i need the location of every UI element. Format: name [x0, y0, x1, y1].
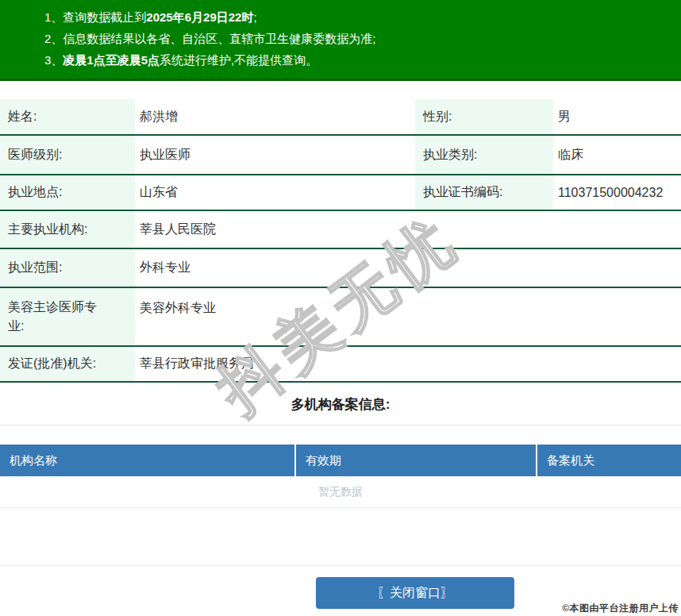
filing-table-header: 机构名称 有效期 备案机关 [0, 445, 681, 476]
notice-line-2: 2、信息数据结果以各省、自治区、直辖市卫生健康委数据为准; [44, 28, 673, 49]
field-value-level: 执业医师 [135, 136, 415, 174]
upload-copyright-watermark: ©本图由平台注册用户上传 [562, 602, 679, 615]
table-row: 发证(批准)机关: 莘县行政审批服务局 [0, 347, 681, 383]
column-header-filing-authority: 备案机关 [537, 445, 681, 476]
field-value-cosmetic-specialty: 美容外科专业 [135, 288, 681, 345]
notice-line-1: 1、查询数据截止到2025年6月29日22时; [44, 6, 673, 28]
table-row: 姓名: 郝洪增 性别: 男 [0, 99, 681, 136]
field-label-cert-number: 执业证书编码: [415, 175, 553, 210]
notice-text: ; [253, 10, 256, 24]
field-value-main-org: 莘县人民医院 [135, 211, 681, 248]
field-value-issuer: 莘县行政审批服务局 [135, 347, 681, 381]
table-row: 执业范围: 外科专业 [0, 249, 681, 288]
doctor-info-table: 姓名: 郝洪增 性别: 男 医师级别: 执业医师 执业类别: 临床 执业地点: … [0, 99, 681, 383]
field-label-category: 执业类别: [415, 136, 553, 174]
field-label-level: 医师级别: [0, 136, 135, 174]
divider [0, 425, 681, 425]
field-value-cert-number: 110371500004232 [553, 175, 681, 210]
field-label-location: 执业地点: [0, 175, 135, 210]
field-label-gender: 性别: [415, 99, 553, 134]
field-value-name: 郝洪增 [135, 99, 415, 134]
notice-bold-text: 2025年6月29日22时 [146, 10, 253, 24]
field-value-location: 山东省 [135, 175, 415, 210]
field-value-category: 临床 [553, 136, 681, 174]
empty-data-message: 暂无数据 [0, 476, 681, 508]
table-row: 主要执业机构: 莘县人民医院 [0, 211, 681, 249]
field-label-main-org: 主要执业机构: [0, 211, 135, 248]
field-label-name: 姓名: [0, 99, 135, 134]
notice-bold-text: 凌晨1点至凌晨5点 [63, 53, 160, 67]
notice-text: 系统进行维护,不能提供查询。 [160, 53, 317, 67]
notice-number: 3、 [44, 53, 63, 67]
column-header-org-name: 机构名称 [0, 445, 294, 476]
table-row: 执业地点: 山东省 执业证书编码: 110371500004232 [0, 175, 681, 211]
field-label-issuer: 发证(批准)机关: [0, 347, 135, 381]
notice-text: 信息数据结果以各省、自治区、直辖市卫生健康委数据为准; [63, 32, 375, 45]
notice-text: 查询数据截止到 [63, 10, 146, 24]
table-row: 美容主诊医师专业: 美容外科专业 [0, 288, 681, 347]
notice-line-3: 3、凌晨1点至凌晨5点系统进行维护,不能提供查询。 [44, 49, 673, 71]
notice-number: 1、 [44, 10, 63, 24]
spacer [0, 508, 681, 566]
filing-section-title: 多机构备案信息: [0, 395, 681, 414]
notice-number: 2、 [44, 32, 63, 45]
notice-banner: 1、查询数据截止到2025年6月29日22时; 2、信息数据结果以各省、自治区、… [0, 0, 681, 81]
field-value-scope: 外科专业 [135, 249, 681, 287]
field-value-gender: 男 [553, 99, 681, 134]
field-label-scope: 执业范围: [0, 249, 135, 287]
field-label-cosmetic-specialty: 美容主诊医师专业: [0, 288, 135, 345]
column-header-validity: 有效期 [296, 445, 536, 476]
close-window-button[interactable]: 〖关闭窗口〗 [316, 577, 514, 609]
table-row: 医师级别: 执业医师 执业类别: 临床 [0, 136, 681, 175]
